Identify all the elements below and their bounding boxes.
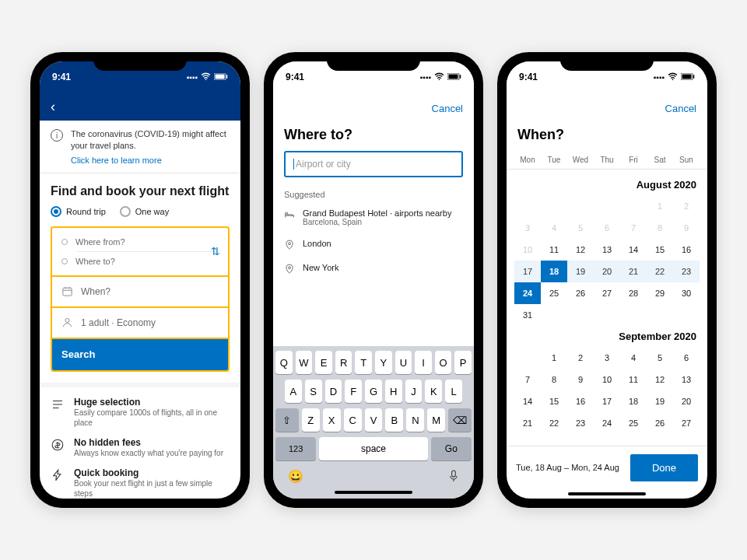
key-c[interactable]: C — [344, 408, 362, 432]
calendar-day[interactable]: 9 — [673, 217, 700, 239]
calendar-day[interactable]: 2 — [567, 347, 594, 369]
calendar-day[interactable]: 10 — [594, 369, 620, 390]
home-indicator[interactable] — [335, 491, 412, 494]
calendar-day[interactable]: 3 — [514, 217, 541, 239]
calendar-day[interactable]: 28 — [620, 282, 647, 304]
suggestion-london[interactable]: London — [273, 233, 474, 257]
calendar-day[interactable]: 20 — [594, 261, 620, 282]
key-o[interactable]: O — [435, 351, 452, 374]
calendar-day[interactable]: 11 — [541, 239, 567, 261]
mic-icon[interactable] — [448, 469, 459, 486]
key-g[interactable]: G — [365, 380, 382, 403]
done-button[interactable]: Done — [630, 454, 698, 481]
calendar-day[interactable]: 18 — [541, 261, 567, 282]
calendar-day[interactable]: 15 — [541, 390, 567, 412]
suggestion-newyork[interactable]: New York — [273, 257, 474, 281]
key-backspace[interactable]: ⌫ — [448, 408, 472, 432]
key-123[interactable]: 123 — [275, 437, 316, 460]
calendar-scroll[interactable]: August 2020 1234567891011121314151617181… — [507, 170, 707, 446]
calendar-day[interactable]: 25 — [620, 412, 647, 434]
key-z[interactable]: Z — [302, 408, 320, 432]
home-indicator[interactable] — [568, 492, 646, 495]
key-t[interactable]: T — [355, 351, 372, 374]
calendar-day[interactable]: 1 — [647, 195, 673, 217]
cancel-button[interactable]: Cancel — [432, 103, 463, 114]
calendar-day[interactable]: 20 — [673, 390, 700, 412]
calendar-day[interactable]: 4 — [620, 347, 647, 369]
calendar-day[interactable]: 15 — [647, 239, 673, 261]
key-b[interactable]: B — [385, 408, 403, 432]
calendar-day[interactable]: 22 — [647, 261, 673, 282]
calendar-day[interactable]: 19 — [647, 390, 673, 412]
suggestion-hotel[interactable]: Grand Budapest Hotel · airports nearby B… — [273, 202, 474, 233]
key-i[interactable]: I — [415, 351, 432, 374]
calendar-day[interactable]: 21 — [620, 261, 647, 282]
key-k[interactable]: K — [425, 380, 442, 403]
calendar-day[interactable]: 24 — [514, 282, 541, 304]
key-w[interactable]: W — [296, 351, 313, 374]
search-button[interactable]: Search — [52, 339, 228, 370]
back-button[interactable]: ‹ — [51, 99, 55, 115]
key-n[interactable]: N — [406, 408, 424, 432]
when-input[interactable]: When? — [52, 277, 228, 308]
key-shift[interactable]: ⇧ — [275, 408, 299, 432]
calendar-day[interactable]: 5 — [567, 217, 594, 239]
key-space[interactable]: space — [319, 437, 427, 460]
calendar-day[interactable]: 29 — [647, 282, 673, 304]
key-m[interactable]: M — [427, 408, 445, 432]
calendar-day[interactable]: 26 — [567, 282, 594, 304]
key-e[interactable]: E — [315, 351, 332, 374]
swap-button[interactable]: ⇅ — [211, 245, 220, 257]
key-q[interactable]: Q — [275, 351, 293, 374]
calendar-day[interactable]: 9 — [567, 369, 594, 390]
calendar-day[interactable]: 1 — [541, 347, 567, 369]
calendar-day[interactable]: 11 — [620, 369, 647, 390]
key-y[interactable]: Y — [375, 351, 392, 374]
key-x[interactable]: X — [323, 408, 341, 432]
calendar-day[interactable]: 5 — [647, 347, 673, 369]
calendar-day[interactable]: 22 — [541, 412, 567, 434]
key-s[interactable]: S — [305, 380, 322, 403]
calendar-day[interactable]: 27 — [673, 412, 700, 434]
calendar-day[interactable]: 7 — [620, 217, 647, 239]
key-f[interactable]: F — [345, 380, 362, 403]
calendar-day[interactable]: 12 — [647, 369, 673, 390]
banner-link[interactable]: Click here to learn more — [71, 156, 230, 165]
calendar-day[interactable]: 25 — [541, 282, 567, 304]
emoji-icon[interactable]: 😀 — [288, 469, 303, 486]
calendar-day[interactable]: 23 — [567, 412, 594, 434]
calendar-day[interactable]: 8 — [647, 217, 673, 239]
calendar-day[interactable]: 18 — [620, 390, 647, 412]
key-l[interactable]: L — [445, 380, 462, 403]
calendar-day[interactable]: 12 — [567, 239, 594, 261]
calendar-day[interactable]: 17 — [594, 390, 620, 412]
calendar-day[interactable]: 7 — [514, 369, 541, 390]
key-p[interactable]: P — [454, 351, 472, 374]
calendar-day[interactable]: 2 — [673, 195, 700, 217]
key-j[interactable]: J — [405, 380, 423, 403]
calendar-day[interactable]: 14 — [514, 390, 541, 412]
calendar-day[interactable]: 17 — [514, 261, 541, 282]
calendar-day[interactable]: 3 — [594, 347, 620, 369]
calendar-day[interactable]: 14 — [620, 239, 647, 261]
radio-one-way[interactable]: One way — [120, 206, 169, 217]
key-a[interactable]: A — [285, 380, 302, 403]
calendar-day[interactable]: 21 — [514, 412, 541, 434]
key-r[interactable]: R — [335, 351, 352, 374]
key-go[interactable]: Go — [431, 437, 472, 460]
calendar-day[interactable]: 4 — [541, 217, 567, 239]
destination-input[interactable]: Airport or city — [284, 151, 463, 177]
key-d[interactable]: D — [325, 380, 342, 403]
calendar-day[interactable]: 27 — [594, 282, 620, 304]
calendar-day[interactable]: 16 — [567, 390, 594, 412]
calendar-day[interactable]: 10 — [514, 239, 541, 261]
calendar-day[interactable]: 30 — [673, 282, 700, 304]
calendar-day[interactable]: 24 — [594, 412, 620, 434]
calendar-day[interactable]: 13 — [673, 369, 700, 390]
radio-round-trip[interactable]: Round trip — [51, 206, 106, 217]
calendar-day[interactable]: 6 — [673, 347, 700, 369]
calendar-day[interactable]: 16 — [673, 239, 700, 261]
calendar-day[interactable]: 13 — [594, 239, 620, 261]
pax-input[interactable]: 1 adult · Economy — [52, 308, 228, 339]
calendar-day[interactable]: 8 — [541, 369, 567, 390]
